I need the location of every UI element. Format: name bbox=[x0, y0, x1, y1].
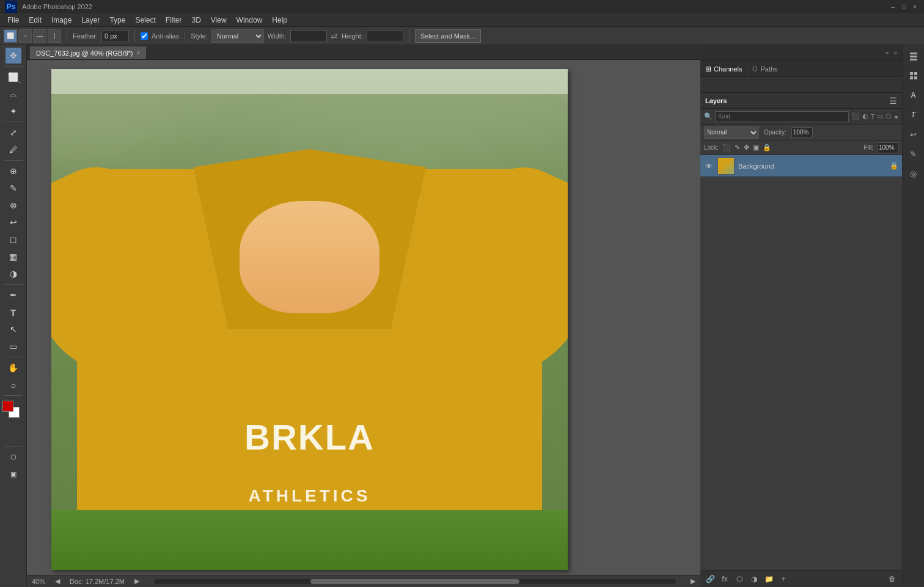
channels-paths-area: ⊞ Channels ⬡ Paths bbox=[700, 61, 902, 93]
filter-adjustment-icon[interactable]: ◐ bbox=[862, 112, 868, 120]
lock-all-icon[interactable]: 🔒 bbox=[763, 144, 771, 151]
shape-tool[interactable]: ▭ bbox=[6, 338, 21, 354]
close-btn[interactable]: × bbox=[911, 2, 919, 11]
magic-wand-tool[interactable]: ✦ bbox=[6, 103, 21, 119]
quick-mask-btn[interactable]: ⬡ bbox=[6, 449, 21, 465]
menu-select[interactable]: Select bbox=[130, 13, 160, 27]
status-arrow-left[interactable]: ◀ bbox=[55, 577, 60, 585]
learn-btn[interactable]: A bbox=[905, 87, 922, 104]
single-col-btn[interactable]: | bbox=[48, 29, 61, 43]
fill-input[interactable] bbox=[877, 142, 898, 153]
layer-visibility-eye[interactable]: 👁 bbox=[704, 161, 714, 171]
swap-wh-icon[interactable]: ⇄ bbox=[331, 31, 338, 41]
antialias-label: Anti-alias bbox=[152, 32, 179, 40]
marquee-tool[interactable]: ⬜ ▾ bbox=[6, 69, 21, 85]
libraries-btn[interactable] bbox=[905, 67, 922, 84]
ellipse-marquee-btn[interactable]: ○ bbox=[18, 29, 32, 43]
gradient-tool[interactable]: ▦ bbox=[6, 249, 21, 264]
window-controls[interactable]: – □ × bbox=[889, 2, 919, 11]
lock-position-icon[interactable]: ✥ bbox=[744, 144, 749, 151]
menu-image[interactable]: Image bbox=[46, 13, 76, 27]
add-group-btn[interactable]: 📁 bbox=[763, 573, 775, 585]
blend-mode-select[interactable]: Normal Multiply Screen Overlay bbox=[704, 126, 759, 139]
pen-tool[interactable]: ✒ bbox=[6, 287, 21, 303]
scroll-end-arrow[interactable]: ▶ bbox=[691, 577, 695, 585]
width-input[interactable] bbox=[290, 30, 327, 42]
paths-tab-label: Paths bbox=[760, 65, 777, 73]
menu-window[interactable]: Window bbox=[232, 13, 268, 27]
lock-artboard-icon[interactable]: ▣ bbox=[753, 144, 759, 151]
menu-filter[interactable]: Filter bbox=[161, 13, 187, 27]
paths-tab[interactable]: ⬡ Paths bbox=[747, 61, 782, 77]
toolbar-sep-4 bbox=[4, 284, 23, 285]
lock-pixels-icon[interactable]: ⬛ bbox=[722, 144, 731, 151]
filter-shape-icon[interactable]: ▭ bbox=[877, 112, 883, 120]
doc-tab-active[interactable]: DSC_7632.jpg @ 40% (RGB/8*) × bbox=[29, 46, 147, 59]
type-tool[interactable]: T bbox=[6, 304, 21, 320]
filter-toggle-icon[interactable]: ● bbox=[894, 113, 898, 120]
width-label: Width: bbox=[268, 32, 287, 40]
menu-type[interactable]: Type bbox=[105, 13, 130, 27]
height-input[interactable] bbox=[367, 30, 403, 42]
path-select-tool[interactable]: ↖ bbox=[6, 321, 21, 337]
antialias-checkbox[interactable] bbox=[141, 32, 148, 40]
crop-tool[interactable]: ⤢ bbox=[6, 125, 21, 140]
heal-tool[interactable]: ⊕ bbox=[6, 163, 21, 179]
canvas-image: BRKLA ATHLETICS bbox=[51, 69, 568, 570]
doc-tab-close[interactable]: × bbox=[137, 49, 141, 56]
burn-tool[interactable]: ◑ bbox=[6, 266, 21, 282]
brush-preset-btn[interactable]: ✎ bbox=[905, 145, 922, 162]
color-wheel-btn[interactable]: ◎ bbox=[905, 165, 922, 182]
zoom-tool[interactable]: ⌕ bbox=[6, 377, 21, 393]
channels-tab[interactable]: ⊞ Channels bbox=[700, 61, 747, 77]
maximize-btn[interactable]: □ bbox=[900, 2, 908, 11]
hscroll-track[interactable] bbox=[154, 579, 676, 584]
new-layer-btn[interactable]: + bbox=[777, 573, 790, 585]
filter-type-icon[interactable]: T bbox=[871, 113, 875, 120]
layers-search-input[interactable] bbox=[715, 111, 849, 122]
opacity-input[interactable] bbox=[791, 127, 813, 138]
feather-input[interactable] bbox=[101, 30, 129, 42]
move-tool[interactable]: ✥ bbox=[6, 48, 21, 64]
minimize-btn[interactable]: – bbox=[889, 2, 897, 11]
eraser-tool[interactable]: ◻ bbox=[6, 232, 21, 247]
lasso-tool[interactable]: ⌓ bbox=[6, 86, 21, 102]
history-btn[interactable]: ↩ bbox=[905, 126, 922, 143]
lock-image-icon[interactable]: ✎ bbox=[735, 144, 740, 151]
link-layers-btn[interactable]: 🔗 bbox=[704, 573, 716, 585]
filter-smartobj-icon[interactable]: ⬡ bbox=[886, 112, 892, 120]
status-arrow-right[interactable]: ▶ bbox=[134, 577, 139, 585]
expand-btn[interactable]: « bbox=[891, 49, 900, 56]
fg-color-swatch[interactable] bbox=[2, 401, 13, 412]
menu-bar: File Edit Image Layer Type Select Filter… bbox=[0, 13, 924, 27]
filter-pixel-icon[interactable]: ⬛ bbox=[851, 112, 860, 120]
style-select[interactable]: Normal Fixed Ratio Fixed Size bbox=[211, 29, 264, 43]
history-brush-tool[interactable]: ↩ bbox=[6, 214, 21, 230]
clone-tool[interactable]: ⊗ bbox=[6, 197, 21, 213]
menu-edit[interactable]: Edit bbox=[24, 13, 46, 27]
add-adjustment-btn[interactable]: ◑ bbox=[748, 573, 760, 585]
type-btn[interactable]: T bbox=[905, 106, 922, 123]
hscroll-thumb[interactable] bbox=[310, 579, 519, 584]
delete-layer-btn[interactable]: 🗑 bbox=[886, 573, 898, 585]
menu-file[interactable]: File bbox=[2, 13, 24, 27]
menu-layer[interactable]: Layer bbox=[76, 13, 105, 27]
single-row-btn[interactable]: — bbox=[33, 29, 46, 43]
brush-tool[interactable]: ✎ bbox=[6, 180, 21, 196]
select-mask-btn[interactable]: Select and Mask... bbox=[415, 29, 482, 43]
libraries-icon bbox=[909, 71, 919, 81]
layers-menu-icon[interactable]: ☰ bbox=[889, 96, 897, 106]
rect-marquee-btn[interactable]: ⬜ bbox=[4, 29, 17, 43]
add-mask-btn[interactable]: ⬡ bbox=[733, 573, 746, 585]
menu-3d[interactable]: 3D bbox=[186, 13, 205, 27]
collapse-btn[interactable]: « bbox=[883, 49, 892, 56]
eyedropper-tool[interactable]: 🖉 bbox=[6, 142, 21, 158]
properties-btn[interactable] bbox=[905, 48, 922, 65]
hand-tool[interactable]: ✋ bbox=[6, 360, 21, 376]
screen-mode-btn[interactable]: ▣ bbox=[6, 466, 21, 482]
menu-view[interactable]: View bbox=[206, 13, 232, 27]
layer-lock-icon: 🔒 bbox=[890, 162, 898, 170]
layer-item-background[interactable]: 👁 Background 🔒 bbox=[700, 155, 902, 177]
fx-btn[interactable]: fx bbox=[719, 573, 731, 585]
menu-help[interactable]: Help bbox=[267, 13, 292, 27]
